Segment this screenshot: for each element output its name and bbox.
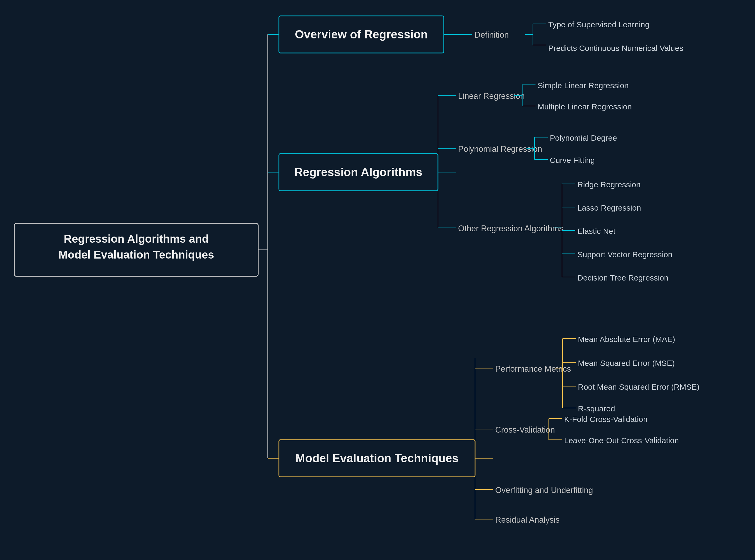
svg-text:R-squared: R-squared xyxy=(578,404,615,413)
svg-text:Polynomial Regression: Polynomial Regression xyxy=(458,144,542,154)
svg-text:Other Regression Algorithms: Other Regression Algorithms xyxy=(458,224,563,233)
svg-text:K-Fold Cross-Validation: K-Fold Cross-Validation xyxy=(564,415,647,424)
svg-text:Predicts Continuous Numerical : Predicts Continuous Numerical Values xyxy=(548,44,683,53)
svg-text:Mean Absolute Error (MAE): Mean Absolute Error (MAE) xyxy=(578,335,675,344)
svg-text:Support Vector Regression: Support Vector Regression xyxy=(577,250,673,259)
svg-text:Linear Regression: Linear Regression xyxy=(458,92,525,101)
model-evaluation-techniques-node xyxy=(279,440,475,477)
root-node xyxy=(14,223,258,276)
svg-text:Root Mean Squared Error (RMSE): Root Mean Squared Error (RMSE) xyxy=(578,382,700,391)
svg-text:Curve Fitting: Curve Fitting xyxy=(550,156,595,164)
svg-text:Residual Analysis: Residual Analysis xyxy=(495,515,560,524)
svg-text:Lasso Regression: Lasso Regression xyxy=(577,203,641,212)
svg-text:Definition: Definition xyxy=(475,30,509,39)
svg-text:Overfitting and Underfitting: Overfitting and Underfitting xyxy=(495,485,593,495)
svg-text:Cross-Validation: Cross-Validation xyxy=(495,425,555,435)
svg-text:Performance Metrics: Performance Metrics xyxy=(495,364,571,374)
svg-text:Polynomial Degree: Polynomial Degree xyxy=(550,134,617,142)
regression-algorithms-node xyxy=(279,154,438,191)
svg-text:Simple Linear Regression: Simple Linear Regression xyxy=(538,81,629,90)
svg-text:Leave-One-Out Cross-Validation: Leave-One-Out Cross-Validation xyxy=(564,436,679,445)
svg-text:Mean Squared Error (MSE): Mean Squared Error (MSE) xyxy=(578,359,675,367)
svg-text:Decision Tree Regression: Decision Tree Regression xyxy=(577,273,669,282)
svg-text:Ridge Regression: Ridge Regression xyxy=(577,180,640,189)
svg-text:Elastic Net: Elastic Net xyxy=(577,227,616,236)
svg-text:Multiple Linear Regression: Multiple Linear Regression xyxy=(538,102,632,111)
svg-text:Type of Supervised Learning: Type of Supervised Learning xyxy=(548,20,650,29)
overview-of-regression-node xyxy=(279,16,444,53)
